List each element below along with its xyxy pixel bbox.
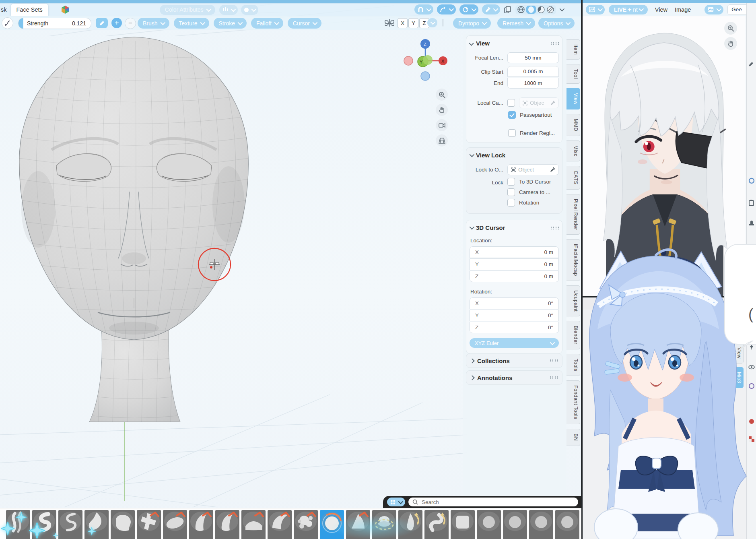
perspective-grid-icon[interactable]	[436, 134, 448, 147]
menu-falloff[interactable]: Falloff	[251, 18, 283, 29]
cursor-location-z-field[interactable]: Z0 m	[470, 271, 559, 282]
dyntopo-menu[interactable]: Dyntopo	[453, 18, 491, 29]
menu-view[interactable]: View	[655, 6, 667, 13]
image-browse-dropdown[interactable]	[705, 5, 723, 14]
side-strip-eyedropper-icon[interactable]	[748, 60, 755, 68]
editor-type-dropdown[interactable]	[586, 5, 605, 14]
cursor-location-x-field[interactable]: X0 m	[470, 246, 559, 258]
side-strip-stamp-icon[interactable]	[748, 219, 755, 227]
panel-grip-icon[interactable]	[549, 376, 558, 379]
proportional-edit-dropdown[interactable]	[437, 4, 456, 14]
brush-cross[interactable]	[137, 510, 161, 539]
sidebar-tab-pixel-render[interactable]: Pixel Render	[566, 194, 580, 235]
sculpt-head-mesh[interactable]	[0, 16, 282, 431]
brush-disc[interactable]	[163, 510, 187, 539]
tab-face-sets[interactable]: Face Sets	[11, 4, 48, 16]
tiling-dropdown[interactable]	[219, 5, 238, 15]
pan-hand-icon[interactable]	[436, 104, 448, 116]
shading-wireframe-icon[interactable]	[517, 6, 525, 14]
menu-stroke[interactable]: Stroke	[214, 18, 247, 29]
clip-start-field[interactable]: 0.005 m	[507, 66, 559, 77]
brush-blade[interactable]	[215, 510, 239, 539]
brush-hook[interactable]	[424, 510, 449, 539]
sidebar-tab-misc[interactable]: Misc	[566, 140, 580, 161]
falloff-curve-button[interactable]	[2, 17, 13, 29]
shading-solid-icon[interactable]	[526, 6, 536, 14]
collapse-icon[interactable]	[470, 225, 475, 230]
sidebar-tab-mmd[interactable]: MMD	[566, 114, 580, 136]
strength-slider[interactable]: Strength 0.121	[18, 18, 91, 29]
lock-to-3d-cursor-checkbox[interactable]	[507, 178, 515, 186]
snap-dropdown[interactable]	[414, 4, 433, 14]
collapse-icon[interactable]	[470, 152, 475, 157]
brush-plain[interactable]	[529, 510, 553, 539]
color-palette-icon[interactable]	[61, 5, 69, 14]
zoom-icon[interactable]	[436, 89, 448, 101]
remove-brush-button[interactable]: −	[125, 18, 136, 29]
navigation-gizmo[interactable]: Y Z X	[400, 34, 451, 87]
image-zoom-icon[interactable]	[724, 22, 737, 35]
image-pan-hand-icon[interactable]	[724, 37, 737, 50]
focal-length-field[interactable]: 50 mm	[507, 52, 559, 63]
local-camera-checkbox[interactable]	[507, 99, 515, 107]
sidebar-tab-view[interactable]: View	[566, 88, 580, 109]
shading-material-icon[interactable]	[537, 6, 545, 14]
orientation-dropdown[interactable]	[459, 4, 478, 14]
brush-clay-blob[interactable]	[111, 510, 135, 539]
chevron-down-icon[interactable]	[560, 6, 565, 12]
add-brush-button[interactable]: +	[111, 18, 122, 28]
symmetry-axis-y[interactable]: Y	[408, 18, 418, 28]
collapse-icon[interactable]	[469, 41, 474, 46]
panel-grip-icon[interactable]	[549, 359, 558, 362]
cursor-location-y-field[interactable]: Y0 m	[470, 258, 559, 270]
livepaint-button[interactable]: LIVE nt	[609, 5, 648, 14]
remesh-menu[interactable]: Remesh	[497, 18, 535, 29]
annotations-panel[interactable]: Annotations	[466, 370, 562, 385]
side-strip-clipboard-icon[interactable]	[748, 199, 755, 207]
panel-grip-icon[interactable]	[550, 42, 559, 45]
menu-cursor[interactable]: Cursor	[288, 18, 321, 29]
overlays-icon[interactable]	[504, 6, 512, 14]
tab-mask[interactable]: sk	[0, 4, 9, 16]
lock-rotation-checkbox[interactable]	[507, 199, 515, 207]
dyntopo-checkbox[interactable]	[443, 19, 443, 27]
sidebar-tab-cats[interactable]: CATS	[566, 166, 580, 189]
passepartout-checkbox[interactable]	[508, 111, 516, 119]
texture-sample-dropdown[interactable]	[241, 5, 258, 15]
brush-s-curve-thin[interactable]	[58, 510, 82, 539]
brush-fill[interactable]	[241, 510, 266, 539]
cursor-rotation-x-field[interactable]: X0°	[470, 297, 559, 309]
cursor-rotation-y-field[interactable]: Y0°	[470, 310, 559, 321]
brush-plain[interactable]	[503, 510, 527, 539]
symmetry-butterfly-icon[interactable]	[384, 18, 395, 28]
panel-grip-icon[interactable]	[550, 226, 559, 229]
color-attributes-dropdown[interactable]: Color Attributes	[160, 5, 215, 15]
annotate-dropdown[interactable]	[482, 4, 500, 14]
clip-end-field[interactable]: 1000 m	[507, 78, 559, 89]
side-strip-blue-dot-icon[interactable]	[748, 177, 755, 184]
search-input[interactable]	[421, 499, 574, 506]
lock-camera-to-checkbox[interactable]	[507, 188, 515, 196]
options-menu[interactable]: Options	[538, 18, 575, 29]
sidebar-tab-item[interactable]: Item	[566, 39, 580, 60]
symmetry-axis-x[interactable]: X	[398, 18, 408, 28]
shading-rendered-icon[interactable]	[546, 6, 554, 14]
brush-plain[interactable]	[477, 510, 501, 539]
sidebar-tab-tool[interactable]: Tool	[566, 64, 580, 84]
menu-texture[interactable]: Texture	[174, 18, 209, 29]
brush-block[interactable]	[451, 510, 475, 539]
pressure-sensitivity-toggle[interactable]	[96, 18, 108, 28]
brush-splatter[interactable]	[294, 510, 318, 539]
shelf-search[interactable]	[408, 498, 578, 506]
lock-to-object-field[interactable]: Object	[507, 164, 559, 175]
shelf-display-dropdown[interactable]	[387, 498, 405, 506]
menu-brush[interactable]: Brush	[138, 18, 169, 29]
euler-order-dropdown[interactable]: XYZ Euler	[470, 338, 559, 348]
menu-image[interactable]: Image	[675, 6, 691, 13]
local-camera-object-field[interactable]: Objec	[519, 97, 559, 108]
cursor-rotation-z-field[interactable]: Z0°	[470, 322, 559, 333]
brush-crescent[interactable]	[268, 510, 292, 539]
symmetry-more-dropdown[interactable]	[427, 18, 437, 27]
render-region-checkbox[interactable]	[508, 129, 516, 137]
collections-panel[interactable]: Collections	[466, 353, 562, 368]
